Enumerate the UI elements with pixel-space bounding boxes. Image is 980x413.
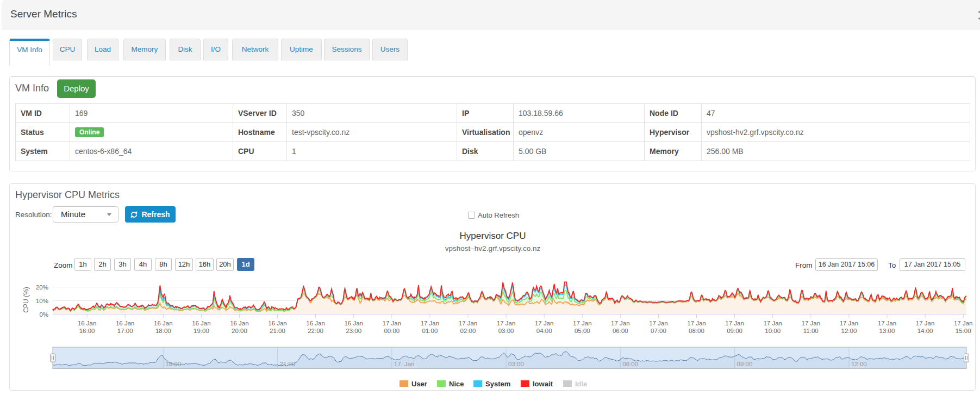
svg-text:16:00: 16:00	[79, 328, 95, 334]
svg-text:17 Jan: 17 Jan	[459, 320, 478, 326]
svg-text:16 Jan: 16 Jan	[268, 320, 287, 326]
svg-text:17 Jan: 17 Jan	[763, 320, 782, 326]
svg-text:00:00: 00:00	[384, 328, 400, 334]
svg-text:17 Jan: 17 Jan	[954, 320, 973, 326]
svg-text:17 Jan: 17 Jan	[802, 320, 821, 326]
svg-text:17 Jan: 17 Jan	[611, 320, 630, 326]
svg-text:05:00: 05:00	[575, 328, 590, 334]
svg-text:17 Jan: 17 Jan	[497, 320, 516, 326]
svg-text:17 Jan: 17 Jan	[916, 320, 935, 326]
svg-text:06:00: 06:00	[613, 328, 628, 334]
svg-text:22:00: 22:00	[308, 328, 323, 334]
svg-text:17 Jan: 17 Jan	[383, 320, 402, 326]
svg-text:09:00: 09:00	[737, 361, 753, 367]
svg-text:23:00: 23:00	[346, 328, 361, 334]
svg-text:20:00: 20:00	[232, 328, 247, 334]
svg-text:04:00: 04:00	[536, 328, 552, 334]
svg-text:06:00: 06:00	[622, 361, 638, 367]
svg-text:11:00: 11:00	[803, 328, 819, 334]
svg-text:16 Jan: 16 Jan	[154, 320, 173, 326]
svg-text:17 Jan: 17 Jan	[573, 320, 592, 326]
svg-text:19:00: 19:00	[193, 328, 209, 334]
svg-text:17:00: 17:00	[117, 328, 133, 334]
svg-text:17 Jan: 17 Jan	[840, 320, 859, 326]
svg-text:21:00: 21:00	[280, 361, 296, 367]
svg-text:18:00: 18:00	[155, 328, 171, 334]
svg-text:07:00: 07:00	[651, 328, 666, 334]
svg-text:13:00: 13:00	[879, 328, 895, 334]
svg-text:14:00: 14:00	[917, 328, 933, 334]
svg-text:16 Jan: 16 Jan	[78, 320, 97, 326]
svg-text:12:00: 12:00	[841, 328, 857, 334]
svg-text:16 Jan: 16 Jan	[116, 320, 135, 326]
svg-text:16 Jan: 16 Jan	[306, 320, 325, 326]
svg-text:01:00: 01:00	[422, 328, 438, 334]
svg-text:17 Jan: 17 Jan	[649, 320, 668, 326]
svg-text:12:00: 12:00	[851, 361, 867, 367]
svg-text:17 Jan: 17 Jan	[725, 320, 744, 326]
svg-text:CPU (%): CPU (%)	[22, 287, 30, 312]
svg-text:16 Jan: 16 Jan	[230, 320, 249, 326]
svg-text:09:00: 09:00	[727, 328, 742, 334]
svg-text:18:00: 18:00	[165, 361, 181, 367]
svg-text:10%: 10%	[36, 298, 48, 304]
svg-text:0%: 0%	[39, 311, 48, 318]
svg-text:08:00: 08:00	[689, 328, 704, 334]
svg-text:17 Jan: 17 Jan	[687, 320, 706, 326]
svg-text:20%: 20%	[36, 284, 48, 291]
svg-text:03:00: 03:00	[498, 328, 514, 334]
svg-text:15:00: 15:00	[956, 328, 971, 334]
svg-text:16 Jan: 16 Jan	[344, 320, 363, 326]
svg-text:02:00: 02:00	[460, 328, 476, 334]
svg-text:17 Jan: 17 Jan	[535, 320, 554, 326]
svg-text:17. Jan: 17. Jan	[394, 361, 415, 367]
svg-text:17 Jan: 17 Jan	[878, 320, 897, 326]
svg-text:03:00: 03:00	[508, 361, 524, 367]
svg-text:21:00: 21:00	[270, 328, 285, 334]
svg-text:10:00: 10:00	[765, 328, 781, 334]
svg-text:16 Jan: 16 Jan	[192, 320, 211, 326]
svg-text:17 Jan: 17 Jan	[421, 320, 440, 326]
